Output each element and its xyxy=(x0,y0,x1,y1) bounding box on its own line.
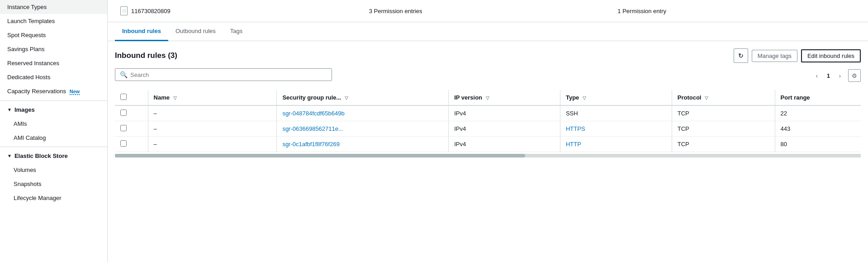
sidebar-item-snapshots[interactable]: Snapshots xyxy=(0,177,107,191)
permission-entry-cell: 1 Permission entry xyxy=(612,5,861,17)
col-header-sgr[interactable]: Security group rule... ▽ xyxy=(277,90,449,105)
type-cell-0: SSH xyxy=(560,105,672,121)
manage-tags-button[interactable]: Manage tags xyxy=(752,50,797,62)
name-cell-0: – xyxy=(148,105,277,121)
ebs-chevron-icon: ▼ xyxy=(7,153,12,158)
sidebar-item-amis[interactable]: AMIs xyxy=(0,117,107,131)
row-checkbox-input-1[interactable] xyxy=(120,125,127,131)
name-cell-2: – xyxy=(148,137,277,152)
rules-title: Inbound rules (3) xyxy=(115,51,177,60)
row-checkbox-input-2[interactable] xyxy=(120,140,127,147)
tabs-bar: Inbound rules Outbound rules Tags xyxy=(108,22,868,41)
rules-section: Inbound rules (3) ↻ Manage tags Edit inb… xyxy=(108,41,868,262)
sidebar-item-volumes[interactable]: Volumes xyxy=(0,163,107,177)
sgr-cell-1: sgr-0636698562711e... xyxy=(277,121,449,137)
tab-inbound-rules[interactable]: Inbound rules xyxy=(115,22,168,41)
sidebar-item-spot-requests[interactable]: Spot Requests xyxy=(0,28,107,42)
search-input[interactable] xyxy=(130,71,327,78)
table-settings-button[interactable]: ⚙ xyxy=(848,69,861,82)
rules-title-group: Inbound rules (3) xyxy=(115,51,177,60)
rules-actions: ↻ Manage tags Edit inbound rules xyxy=(734,48,861,63)
sidebar-item-capacity-reservations[interactable]: Capacity Reservations New xyxy=(0,84,107,99)
document-icon: ☐ xyxy=(120,6,128,15)
name-sort-icon: ▽ xyxy=(173,95,177,100)
type-cell-1: HTTPS xyxy=(560,121,672,137)
rules-table-container: Name ▽ Security group rule... ▽ IP versi… xyxy=(115,90,861,157)
pagination: ‹ 1 › ⚙ xyxy=(811,69,861,82)
type-sort-icon: ▽ xyxy=(583,95,586,100)
col-header-checkbox xyxy=(115,90,148,105)
row-checkbox-input-0[interactable] xyxy=(120,110,127,116)
search-pagination-row: 🔍 ‹ 1 › ⚙ xyxy=(115,68,861,86)
sidebar-item-instance-types[interactable]: Instance Types xyxy=(0,0,107,14)
table-row: – sgr-0636698562711e... IPv4 HTTPS TCP 4… xyxy=(115,121,861,137)
protocol-cell-0: TCP xyxy=(672,105,775,121)
port-range-cell-1: 443 xyxy=(775,121,861,137)
page-number: 1 xyxy=(825,72,832,79)
tab-tags[interactable]: Tags xyxy=(223,22,250,41)
sidebar-item-reserved-instances[interactable]: Reserved Instances xyxy=(0,56,107,70)
name-cell-1: – xyxy=(148,121,277,137)
sidebar: Instance Types Launch Templates Spot Req… xyxy=(0,0,108,262)
sgr-cell-2: sgr-0c1afbf1f8f76f269 xyxy=(277,137,449,152)
protocol-sort-icon: ▽ xyxy=(705,95,708,100)
sidebar-item-launch-templates[interactable]: Launch Templates xyxy=(0,14,107,28)
col-header-protocol[interactable]: Protocol ▽ xyxy=(672,90,775,105)
account-id: 116730820809 xyxy=(131,8,171,14)
sidebar-item-dedicated-hosts[interactable]: Dedicated Hosts xyxy=(0,70,107,84)
sidebar-divider-images xyxy=(0,100,107,101)
refresh-button[interactable]: ↻ xyxy=(734,48,748,63)
sidebar-item-ami-catalog[interactable]: AMI Catalog xyxy=(0,131,107,145)
sidebar-item-savings-plans[interactable]: Savings Plans xyxy=(0,42,107,56)
rules-table: Name ▽ Security group rule... ▽ IP versi… xyxy=(115,90,861,152)
sgr-cell-0: sgr-048784fcdf65b649b xyxy=(277,105,449,121)
row-checkbox-1 xyxy=(115,121,148,137)
sgr-sort-icon: ▽ xyxy=(345,95,348,100)
col-header-port-range[interactable]: Port range xyxy=(775,90,861,105)
sidebar-section-images[interactable]: ▼ Images xyxy=(0,103,107,117)
port-range-cell-2: 80 xyxy=(775,137,861,152)
horizontal-scrollbar-thumb xyxy=(115,154,525,157)
permission-entries-cell: 3 Permission entries xyxy=(364,5,612,17)
search-icon: 🔍 xyxy=(120,71,128,78)
ip-sort-icon: ▽ xyxy=(486,95,489,100)
row-checkbox-2 xyxy=(115,137,148,152)
col-header-type[interactable]: Type ▽ xyxy=(560,90,672,105)
col-header-ip-version[interactable]: IP version ▽ xyxy=(449,90,560,105)
protocol-cell-2: TCP xyxy=(672,137,775,152)
row-checkbox-0 xyxy=(115,105,148,121)
table-header-row: Name ▽ Security group rule... ▽ IP versi… xyxy=(115,90,861,105)
ip-version-cell-2: IPv4 xyxy=(449,137,560,152)
sidebar-divider-ebs xyxy=(0,147,107,147)
permission-entry-count: 1 Permission entry xyxy=(617,8,666,14)
ip-version-cell-0: IPv4 xyxy=(449,105,560,121)
col-header-name[interactable]: Name ▽ xyxy=(148,90,277,105)
rules-header: Inbound rules (3) ↻ Manage tags Edit inb… xyxy=(115,48,861,63)
top-row: ☐ 116730820809 3 Permission entries 1 Pe… xyxy=(108,0,868,22)
table-row: – sgr-0c1afbf1f8f76f269 IPv4 HTTP TCP 80 xyxy=(115,137,861,152)
images-chevron-icon: ▼ xyxy=(7,107,12,112)
capacity-reservations-badge: New xyxy=(70,89,80,95)
edit-inbound-rules-button[interactable]: Edit inbound rules xyxy=(801,49,861,62)
tab-outbound-rules[interactable]: Outbound rules xyxy=(168,22,223,41)
account-cell: ☐ 116730820809 xyxy=(115,4,364,18)
prev-page-button[interactable]: ‹ xyxy=(811,69,823,82)
port-range-cell-0: 22 xyxy=(775,105,861,121)
main-content: ☐ 116730820809 3 Permission entries 1 Pe… xyxy=(108,0,868,262)
next-page-button[interactable]: › xyxy=(834,69,846,82)
sidebar-section-ebs[interactable]: ▼ Elastic Block Store xyxy=(0,149,107,163)
permission-entries-count: 3 Permission entries xyxy=(369,8,422,14)
protocol-cell-1: TCP xyxy=(672,121,775,137)
search-bar[interactable]: 🔍 xyxy=(115,68,332,81)
ip-version-cell-1: IPv4 xyxy=(449,121,560,137)
table-row: – sgr-048784fcdf65b649b IPv4 SSH TCP 22 xyxy=(115,105,861,121)
type-cell-2: HTTP xyxy=(560,137,672,152)
sidebar-item-lifecycle-manager[interactable]: Lifecycle Manager xyxy=(0,191,107,205)
horizontal-scrollbar-track[interactable] xyxy=(115,154,861,157)
select-all-checkbox[interactable] xyxy=(120,94,127,100)
